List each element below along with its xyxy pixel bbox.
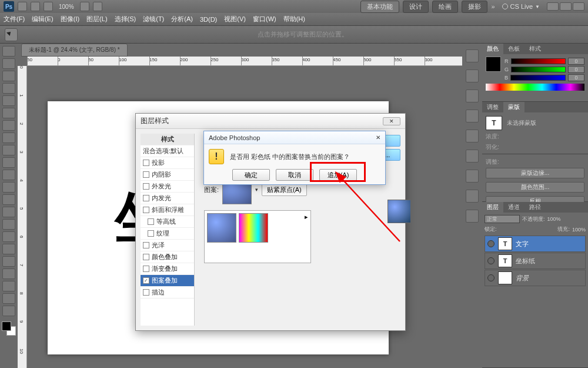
tool-presets-icon[interactable] (466, 170, 479, 183)
r-slider[interactable] (511, 58, 566, 64)
lasso-tool[interactable] (2, 71, 15, 81)
3d-camera-tool[interactable] (2, 281, 15, 291)
menu-view[interactable]: 视图(V) (224, 15, 246, 24)
color-swatch[interactable] (486, 57, 501, 72)
layer-style-close-icon[interactable]: ✕ (383, 117, 400, 125)
menu-filter[interactable]: 滤镜(T) (143, 15, 164, 24)
visibility-icon[interactable] (487, 240, 495, 247)
maximize-icon[interactable] (560, 2, 572, 11)
style-item[interactable]: 纹理 (141, 228, 194, 240)
wand-tool[interactable] (2, 83, 15, 94)
append-button[interactable]: 追加(A) (319, 169, 357, 181)
style-item[interactable]: 内阴影 (141, 169, 194, 181)
menu-edit[interactable]: 编辑(E) (32, 15, 54, 24)
shape-tool[interactable] (2, 256, 15, 267)
pattern-picker[interactable]: ▸ (204, 210, 311, 263)
eyedropper-tool[interactable] (2, 108, 15, 118)
workspace-photo-button[interactable]: 摄影 (462, 1, 487, 13)
tab-paths[interactable]: 路径 (524, 202, 546, 213)
marquee-tool[interactable] (2, 58, 15, 69)
layer-style-titlebar[interactable]: 图层样式 ✕ (136, 114, 405, 129)
path-select-tool[interactable] (2, 244, 15, 254)
confirm-dialog-close-icon[interactable]: ✕ (376, 134, 380, 141)
pen-tool[interactable] (2, 219, 15, 230)
style-item[interactable]: 光泽 (141, 240, 194, 251)
cancel-button[interactable]: 取消 (276, 169, 313, 181)
workspace-design-button[interactable]: 设计 (403, 1, 429, 13)
move-tool[interactable] (2, 46, 15, 57)
layer-row[interactable]: T坐标纸 (485, 253, 586, 269)
confirm-dialog-titlebar[interactable]: Adobe Photoshop ✕ (204, 131, 385, 144)
b-slider[interactable] (510, 75, 566, 81)
brushes-icon[interactable] (466, 89, 479, 102)
color-swatches[interactable] (2, 321, 16, 336)
paragraph-icon[interactable] (466, 150, 479, 163)
g-slider[interactable] (511, 67, 566, 72)
visibility-icon[interactable] (487, 274, 495, 281)
hand-tool[interactable] (2, 293, 15, 304)
tab-swatches[interactable]: 色板 (503, 44, 524, 54)
tab-styles[interactable]: 样式 (524, 44, 546, 54)
style-item[interactable]: 颜色叠加 (141, 251, 194, 263)
pattern-thumb-2[interactable] (239, 213, 268, 243)
eraser-tool[interactable] (2, 170, 15, 180)
style-item[interactable]: 等高线 (141, 216, 194, 228)
fill-value[interactable]: 100% (572, 227, 586, 233)
menu-file[interactable]: 文件(F) (4, 15, 25, 24)
character-icon[interactable] (466, 130, 479, 142)
brush-tool[interactable] (2, 132, 15, 143)
dodge-tool[interactable] (2, 207, 15, 217)
visibility-icon[interactable] (487, 257, 495, 264)
workspace-basic-button[interactable]: 基本功能 (360, 1, 399, 13)
blur-tool[interactable] (2, 194, 15, 205)
bridge-icon[interactable] (18, 2, 27, 11)
style-item[interactable]: 内发光 (141, 193, 194, 204)
style-item[interactable]: 斜面和浮雕 (141, 204, 194, 216)
menu-select[interactable]: 选择(S) (115, 15, 136, 24)
menu-3d[interactable]: 3D(D) (200, 16, 217, 23)
menu-help[interactable]: 帮助(H) (283, 15, 305, 24)
document-tab[interactable]: 未标题-1 @ 24.4% (文字, RGB/8) * (21, 44, 128, 57)
menu-window[interactable]: 窗口(W) (253, 15, 276, 24)
tab-color[interactable]: 颜色 (482, 44, 503, 54)
snap-origin-button[interactable]: 贴紧原点(A) (262, 184, 307, 196)
style-item[interactable]: 外发光 (141, 181, 194, 193)
spectrum-bar[interactable] (486, 84, 584, 91)
opacity-value[interactable]: 100% (547, 216, 561, 222)
g-value[interactable]: 0 (568, 66, 584, 73)
arrange-icon[interactable] (80, 2, 89, 11)
layer-row[interactable]: T文字 (485, 236, 586, 252)
actions-icon[interactable] (466, 69, 479, 82)
history-icon[interactable] (466, 49, 479, 62)
style-item[interactable]: 渐变叠加 (141, 263, 194, 275)
minibridge-icon[interactable] (31, 2, 40, 11)
style-item[interactable]: 混合选项:默认 (141, 145, 194, 157)
layer-row[interactable]: 背景 (485, 270, 586, 286)
tab-layers[interactable]: 图层 (482, 202, 503, 213)
mask-edge-button[interactable]: 蒙版边缘... (486, 168, 584, 178)
minimize-icon[interactable] (547, 2, 559, 11)
zoom-tool[interactable] (2, 306, 15, 316)
type-tool[interactable] (2, 231, 15, 242)
tab-masks[interactable]: 蒙版 (503, 102, 524, 112)
fg-color-icon[interactable] (2, 321, 11, 331)
style-item[interactable]: ✓图案叠加 (141, 275, 194, 287)
3d-tool[interactable] (2, 268, 15, 279)
3d-icon[interactable] (466, 190, 479, 203)
style-item[interactable]: 描边 (141, 287, 194, 299)
r-value[interactable]: 0 (568, 58, 584, 65)
stamp-tool[interactable] (2, 145, 15, 155)
pattern-thumb-1[interactable] (207, 213, 236, 243)
color-range-button[interactable]: 颜色范围... (486, 182, 584, 193)
measurement-icon[interactable] (466, 210, 479, 223)
tab-channels[interactable]: 通道 (503, 202, 524, 213)
heal-tool[interactable] (2, 120, 15, 131)
ok-button[interactable]: 确定 (232, 169, 270, 181)
close-icon[interactable] (573, 2, 584, 11)
current-tool-icon[interactable] (5, 28, 18, 41)
style-item[interactable]: 投影 (141, 157, 194, 169)
clone-source-icon[interactable] (466, 110, 479, 122)
b-value[interactable]: 0 (568, 74, 584, 81)
menu-layer[interactable]: 图层(L) (86, 15, 107, 24)
workspace-draw-button[interactable]: 绘画 (432, 1, 458, 13)
